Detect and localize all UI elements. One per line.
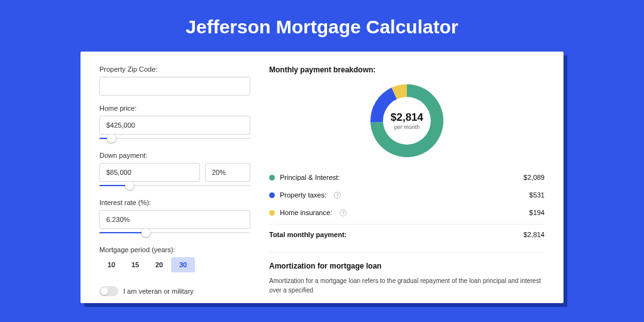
interest-rate-label: Interest rate (%): (99, 199, 250, 206)
down-payment-input[interactable] (99, 163, 200, 182)
toggle-knob (101, 287, 108, 295)
total-value: $2,814 (523, 231, 545, 238)
mortgage-period-tabs: 10 15 20 30 (99, 257, 250, 272)
legend-label: Property taxes: (280, 191, 326, 199)
breakdown-title: Monthly payment breakdown: (269, 65, 545, 74)
period-tab-20[interactable]: 20 (147, 257, 171, 272)
mortgage-period-label: Mortgage period (years): (99, 246, 250, 253)
amortization-section: Amortization for mortgage loan Amortizat… (269, 252, 545, 295)
interest-rate-slider[interactable] (99, 228, 250, 237)
legend-value: $531 (530, 191, 545, 199)
total-label: Total monthly payment: (269, 231, 347, 238)
dot-icon (269, 210, 275, 216)
donut-sub: per month (394, 124, 420, 130)
down-payment-label: Down payment: (99, 152, 250, 159)
help-icon[interactable]: ? (340, 209, 347, 216)
period-tab-15[interactable]: 15 (123, 257, 147, 272)
legend-label: Home insurance: (280, 209, 332, 216)
legend-label: Principal & Interest: (280, 174, 340, 181)
veteran-label: I am veteran or military (123, 287, 194, 295)
form-panel: Property Zip Code: Home price: Down paym… (99, 65, 250, 303)
down-payment-slider[interactable] (99, 181, 250, 190)
legend-total: Total monthly payment: $2,814 (269, 224, 545, 243)
amortization-body: Amortization for a mortgage loan refers … (269, 277, 545, 295)
home-price-label: Home price: (99, 104, 250, 112)
period-tab-10[interactable]: 10 (99, 257, 123, 272)
down-payment-pct-input[interactable] (205, 163, 250, 182)
donut-amount: $2,814 (391, 111, 423, 124)
legend-value: $2,089 (523, 174, 545, 181)
legend-property-taxes: Property taxes: ? $531 (269, 186, 545, 204)
home-price-slider[interactable] (99, 134, 250, 143)
page-title: Jefferson Mortgage Calculator (0, 0, 644, 52)
donut-chart: $2,814 per month (369, 83, 445, 158)
zip-label: Property Zip Code: (99, 65, 250, 73)
veteran-toggle[interactable] (99, 286, 118, 296)
calculator-card: Property Zip Code: Home price: Down paym… (80, 52, 564, 303)
dot-icon (269, 192, 275, 198)
amortization-title: Amortization for mortgage loan (269, 262, 545, 270)
zip-input[interactable] (99, 77, 250, 96)
legend-value: $194 (530, 209, 545, 216)
dot-icon (269, 175, 275, 180)
legend-home-insurance: Home insurance: ? $194 (269, 204, 545, 221)
breakdown-panel: Monthly payment breakdown: $2,814 per mo… (269, 65, 545, 303)
home-price-input[interactable] (99, 116, 250, 135)
interest-rate-input[interactable] (99, 210, 250, 229)
help-icon[interactable]: ? (334, 192, 341, 199)
legend-principal-interest: Principal & Interest: $2,089 (269, 169, 545, 186)
period-tab-30[interactable]: 30 (171, 257, 195, 272)
